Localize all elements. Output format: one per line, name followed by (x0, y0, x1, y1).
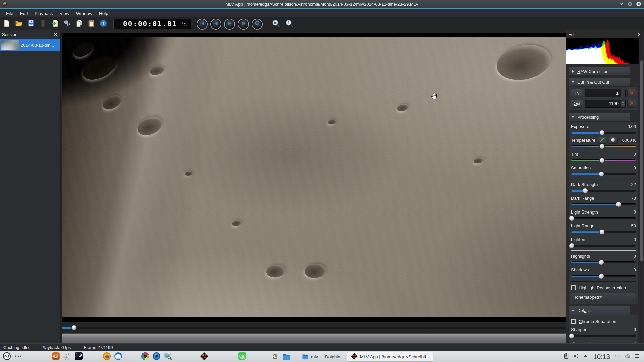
tint-slider[interactable] (571, 157, 636, 163)
cut-out-reset-button[interactable] (627, 100, 636, 108)
menu-view[interactable]: View (56, 10, 73, 17)
temperature-slider[interactable] (571, 143, 636, 149)
tray-expand-icon[interactable] (582, 353, 589, 360)
white-balance-picker-button[interactable] (598, 137, 606, 144)
minimize-button[interactable] (619, 1, 624, 7)
saturation-slider[interactable] (571, 171, 636, 177)
cut-in-spinbox[interactable]: 1▲▼ (585, 89, 626, 97)
copy-receipt-button[interactable] (74, 19, 85, 29)
launcher-pager-dots[interactable] (13, 352, 23, 361)
lighten-track[interactable] (571, 245, 636, 247)
sharpen-track[interactable] (571, 335, 636, 337)
dark-strength-handle[interactable] (583, 188, 588, 193)
launcher-application-launcher[interactable] (2, 352, 11, 361)
exposure-handle[interactable] (599, 130, 605, 135)
edit-panel-scrollbar[interactable] (640, 31, 643, 343)
light-strength-slider[interactable] (571, 215, 636, 221)
timeline-track[interactable] (62, 327, 565, 329)
sharpen-slider[interactable] (571, 333, 636, 339)
menu-window[interactable]: Window (73, 10, 96, 17)
tonemap-profile-dropdown[interactable]: Tonemapped (571, 293, 636, 301)
task-dolphin[interactable]: mlv — Dolphin (299, 352, 344, 362)
export-clip-button[interactable] (50, 19, 60, 29)
highlight-reconstruction-checkbox[interactable] (571, 285, 576, 290)
volume-icon[interactable] (573, 353, 579, 360)
launcher-stellarium[interactable] (74, 352, 83, 361)
saturation-handle[interactable] (599, 171, 604, 177)
menu-playback[interactable]: Playback (31, 10, 56, 17)
next-frame-button[interactable] (238, 19, 249, 30)
close-button[interactable] (636, 1, 641, 7)
export-settings-button[interactable] (62, 19, 72, 29)
about-info-button[interactable]: i (98, 19, 109, 29)
dark-range-slider[interactable] (571, 201, 636, 207)
zoom-fit-button[interactable] (271, 19, 281, 29)
skip-to-start-button[interactable] (197, 19, 208, 30)
launcher-dolphin[interactable] (282, 352, 291, 361)
panel-menu-icon[interactable] (634, 353, 641, 360)
timeline-slider[interactable] (62, 325, 565, 330)
timeline-handle[interactable] (71, 325, 77, 330)
sharpen-handle[interactable] (569, 333, 574, 339)
launcher-image-viewer[interactable] (163, 352, 172, 361)
light-range-handle[interactable] (599, 229, 605, 235)
light-strength-track[interactable] (571, 217, 636, 219)
launcher-mlv-app[interactable]: MLVAPP (199, 352, 209, 361)
section-cut-in-out[interactable]: Cut In & Cut Out (568, 78, 630, 86)
launcher-siril[interactable]: S (270, 352, 280, 361)
light-range-slider[interactable] (571, 229, 636, 235)
cut-in-reset-button[interactable] (627, 89, 636, 97)
exposure-slider[interactable] (571, 130, 636, 135)
task-mlv-app[interactable]: MLVAPPMLV App | /home/edgar/Schreibti... (347, 352, 433, 362)
launcher-darktable[interactable] (140, 352, 150, 361)
lighten-slider[interactable] (571, 243, 636, 248)
tint-handle[interactable] (599, 158, 605, 163)
section-details[interactable]: Details (568, 306, 630, 315)
section-processing[interactable]: Processing (568, 113, 630, 121)
open-session-button[interactable] (13, 19, 24, 29)
video-viewer[interactable] (62, 30, 566, 343)
menu-edit[interactable]: Edit (17, 10, 31, 17)
session-close-icon[interactable]: ✕ (53, 32, 58, 37)
highlights-slider[interactable] (571, 259, 636, 265)
scrollbar-thumb[interactable] (640, 60, 643, 261)
previous-frame-button[interactable] (210, 19, 221, 30)
dark-strength-slider[interactable] (571, 188, 636, 193)
launcher-rawtherapee[interactable] (152, 352, 161, 361)
session-clip-item[interactable]: 2014-03-12-tim... (0, 39, 60, 51)
paste-receipt-button[interactable] (86, 19, 97, 29)
tray-overflow-dots[interactable] (614, 353, 621, 360)
launcher-capture-app[interactable] (51, 352, 60, 361)
zoom-one-to-one-button[interactable]: 1 (285, 19, 294, 29)
save-session-button[interactable] (25, 19, 36, 29)
clipboard-tray-icon[interactable] (563, 353, 570, 360)
cut-in-button[interactable]: In (571, 89, 583, 97)
menu-file[interactable]: File (3, 10, 17, 17)
light-strength-handle[interactable] (569, 216, 574, 221)
dark-range-handle[interactable] (616, 202, 621, 207)
highlights-handle[interactable] (599, 260, 604, 265)
cut-out-spinbox[interactable]: 1199▲▼ (585, 100, 626, 108)
gimp-tray-icon[interactable] (624, 353, 631, 360)
menu-help[interactable]: Help (96, 10, 112, 17)
shadows-slider[interactable] (571, 273, 636, 279)
launcher-thunderbird[interactable] (113, 352, 123, 361)
clock[interactable]: 10:13 (593, 353, 610, 361)
cut-out-spin-arrows[interactable]: ▲▼ (620, 100, 625, 107)
chroma-separation-checkbox[interactable] (571, 319, 576, 324)
launcher-qt-creator[interactable]: Qt (237, 352, 247, 361)
launcher-firefox[interactable] (102, 352, 111, 361)
dark-strength-track[interactable] (571, 190, 636, 192)
maximize-button[interactable] (627, 1, 633, 7)
temperature-handle[interactable] (599, 144, 605, 149)
launcher-telescope-app[interactable] (62, 352, 72, 361)
lighten-handle[interactable] (569, 243, 574, 248)
new-session-button[interactable] (1, 19, 12, 29)
section-raw-correction[interactable]: RAW Correction (568, 67, 630, 76)
gray-ball-button[interactable] (609, 137, 618, 144)
loop-playback-button[interactable] (252, 19, 263, 30)
cut-in-spin-arrows[interactable]: ▲▼ (620, 89, 625, 97)
cut-out-button[interactable]: Out (571, 100, 583, 108)
shadows-handle[interactable] (599, 274, 604, 279)
play-button[interactable] (224, 19, 235, 30)
